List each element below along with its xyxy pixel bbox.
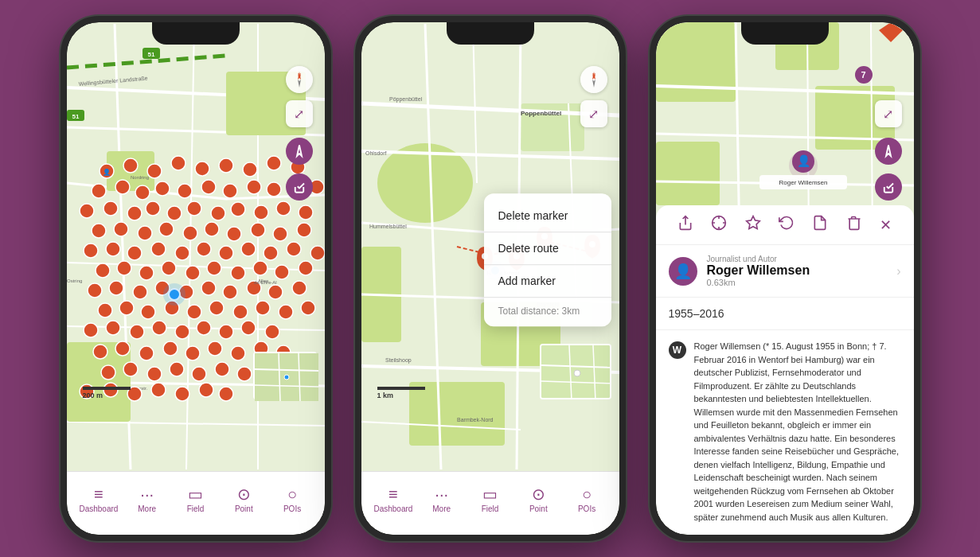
mini-map-phone2 — [540, 344, 611, 399]
svg-marker-215 — [746, 216, 759, 229]
svg-point-137 — [175, 387, 189, 401]
nav-point-p1[interactable]: ⊙ Point — [224, 486, 264, 513]
crosshair-icon[interactable] — [711, 215, 727, 235]
phone1-map-area[interactable]: Wellingsbütteler Landstraße Nordring Ost… — [67, 22, 325, 471]
dashboard-icon-p1: ≡ — [94, 486, 103, 502]
svg-point-104 — [233, 305, 248, 319]
nav-point-p2[interactable]: ⊙ Point — [518, 486, 558, 513]
svg-point-77 — [310, 246, 325, 260]
phone2-wrapper: Pöppenbüttel Poppenbüttel Hummelsbüttel … — [355, 16, 626, 541]
svg-point-51 — [187, 201, 201, 216]
pois-label-p2: POIs — [578, 504, 595, 513]
field-icon-p1: ▭ — [188, 486, 203, 502]
svg-point-30 — [195, 162, 209, 176]
nav-pois-p1[interactable]: ○ POIs — [272, 486, 312, 513]
svg-point-43 — [267, 182, 281, 197]
svg-point-38 — [155, 181, 170, 196]
star-icon[interactable] — [745, 215, 761, 235]
svg-point-136 — [151, 383, 166, 397]
scale-label-phone2: 1 km — [377, 391, 394, 399]
svg-point-74 — [241, 242, 256, 256]
compass-phone1[interactable]: N — [286, 66, 313, 93]
svg-point-79 — [117, 261, 131, 275]
svg-point-107 — [301, 301, 315, 315]
phone3-map-svg: 👤 Roger Willemsen — [656, 22, 914, 232]
delete-marker-btn[interactable]: Delete marker — [484, 200, 611, 232]
svg-point-59 — [138, 226, 152, 240]
refresh-icon[interactable] — [779, 215, 795, 235]
nav-field-p1[interactable]: ▭ Field — [175, 486, 215, 513]
nav-dashboard-p1[interactable]: ≡ Dashboard — [79, 486, 119, 513]
wiki-icon: W — [669, 341, 686, 359]
svg-point-97 — [292, 281, 306, 295]
svg-text:Ostring: Ostring — [67, 278, 82, 283]
svg-point-94 — [223, 285, 237, 299]
nav-more-p2[interactable]: ··· More — [422, 486, 462, 513]
svg-point-130 — [192, 367, 206, 381]
svg-point-32 — [243, 162, 257, 177]
svg-point-126 — [101, 365, 115, 380]
document-icon[interactable] — [812, 215, 828, 235]
person-avatar: 👤 — [669, 257, 697, 286]
svg-text:51: 51 — [72, 113, 79, 120]
svg-text:Barmbek-Nord: Barmbek-Nord — [457, 417, 494, 423]
expand-btn-phone3[interactable]: ⤢ — [875, 100, 902, 127]
svg-point-57 — [92, 224, 106, 238]
chevron-icon: › — [896, 264, 900, 278]
phone3-map-area[interactable]: 👤 Roger Willemsen 7 ⤢ — [656, 22, 914, 232]
delete-route-btn[interactable]: Delete route — [484, 232, 611, 264]
person-row[interactable]: 👤 Journalist und Autor Roger Willemsen 0… — [656, 245, 914, 298]
svg-point-85 — [253, 261, 267, 275]
route-btn-phone3[interactable] — [875, 173, 902, 201]
person-dates: 1955–2016 — [656, 298, 914, 330]
svg-point-100 — [141, 305, 155, 319]
expand-btn-phone1[interactable]: ⤢ — [286, 100, 313, 127]
location-btn-phone1[interactable] — [286, 138, 313, 165]
more-icon-p1: ··· — [140, 486, 154, 502]
phone2-map-area[interactable]: Pöppenbüttel Poppenbüttel Hummelsbüttel … — [361, 22, 619, 471]
svg-point-111 — [152, 321, 166, 335]
expand-btn-phone2[interactable]: ⤢ — [580, 100, 607, 127]
svg-point-83 — [207, 261, 221, 275]
svg-point-55 — [276, 201, 291, 216]
svg-point-31 — [219, 158, 233, 173]
nav-pois-p2[interactable]: ○ POIs — [567, 486, 607, 513]
nav-dashboard-p2[interactable]: ≡ Dashboard — [373, 486, 413, 513]
add-marker-btn[interactable]: Add marker — [484, 265, 611, 297]
svg-point-53 — [231, 202, 245, 216]
person-name: Roger Willemsen — [707, 263, 888, 278]
person-text: Journalist und Autor Roger Willemsen 0.6… — [707, 255, 888, 287]
svg-point-106 — [279, 305, 293, 319]
svg-point-65 — [273, 227, 287, 241]
close-icon[interactable]: ✕ — [880, 216, 892, 234]
share-icon[interactable] — [677, 215, 693, 235]
svg-point-113 — [197, 321, 211, 335]
svg-point-96 — [268, 285, 283, 299]
phone1-bottom-nav: ≡ Dashboard ··· More ▭ Field ⊙ Point ○ — [67, 471, 325, 535]
scale-bar-phone2: 1 km — [377, 387, 425, 399]
svg-point-63 — [227, 227, 241, 241]
svg-marker-186 — [592, 80, 595, 88]
svg-point-99 — [119, 301, 134, 315]
route-btn-phone1[interactable] — [286, 173, 313, 201]
context-menu: Delete marker Delete route Add marker To… — [484, 193, 611, 326]
compass-phone2[interactable]: N — [580, 66, 607, 93]
trash-icon[interactable] — [846, 215, 862, 235]
svg-point-115 — [241, 321, 256, 335]
pois-label-p1: POIs — [283, 504, 301, 513]
svg-point-102 — [187, 305, 201, 319]
svg-point-110 — [130, 325, 144, 339]
more-icon-p2: ··· — [435, 486, 448, 502]
svg-text:👤: 👤 — [796, 154, 810, 168]
wiki-link[interactable]: https://de.wikipedia.org/wiki/Roger_Will… — [656, 534, 914, 535]
phone3-screen: 👤 Roger Willemsen 7 ⤢ — [656, 22, 914, 535]
svg-point-123 — [231, 346, 245, 360]
number-badge-phone3: 7 — [855, 66, 873, 84]
phone3-notch — [741, 22, 829, 45]
location-btn-phone3[interactable] — [875, 138, 902, 165]
svg-text:Hummelsbüttel: Hummelsbüttel — [369, 224, 407, 229]
nav-field-p2[interactable]: ▭ Field — [470, 486, 510, 513]
svg-point-72 — [197, 242, 211, 256]
svg-point-28 — [147, 164, 162, 178]
nav-more-p1[interactable]: ··· More — [127, 486, 167, 513]
